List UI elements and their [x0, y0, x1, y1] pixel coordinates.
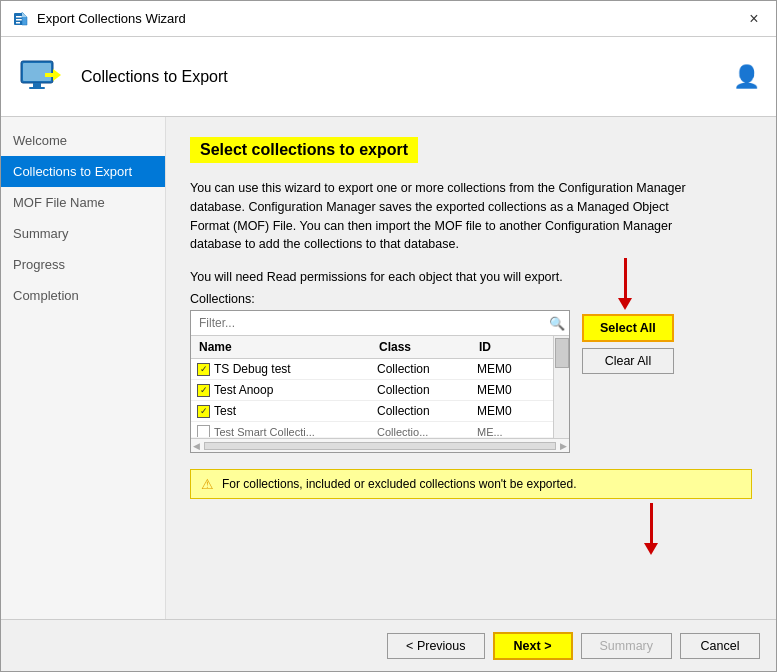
description-text: You can use this wizard to export one or… — [190, 179, 710, 254]
table-row[interactable]: Test Anoop Collection MEM0 — [191, 380, 553, 401]
table-row[interactable]: Test Smart Collecti... Collectio... ME..… — [191, 422, 553, 438]
checkbox-cell-2[interactable]: Test — [197, 404, 377, 418]
arrow-head-2 — [644, 543, 658, 555]
cancel-button[interactable]: Cancel — [680, 633, 760, 659]
arrow-line-2 — [650, 503, 653, 543]
filter-input[interactable] — [195, 313, 549, 333]
sidebar-item-collections-to-export[interactable]: Collections to Export — [1, 156, 165, 187]
select-all-button[interactable]: Select All — [582, 314, 674, 342]
arrow-select-all — [618, 258, 632, 310]
table-body: TS Debug test Collection MEM0 — [191, 359, 553, 438]
permissions-text: You will need Read permissions for each … — [190, 270, 752, 284]
checkbox-1[interactable] — [197, 384, 210, 397]
next-button[interactable]: Next > — [493, 632, 573, 660]
warning-icon: ⚠ — [201, 476, 214, 492]
row-class-3: Collectio... — [377, 426, 477, 438]
person-icon: 👤 — [733, 64, 760, 90]
row-name-2: Test — [214, 404, 236, 418]
row-class-0: Collection — [377, 362, 477, 376]
checkbox-3[interactable] — [197, 425, 210, 438]
row-id-2: MEM0 — [477, 404, 547, 418]
action-buttons-area: Select All Clear All — [582, 310, 674, 453]
row-name-1: Test Anoop — [214, 383, 273, 397]
row-class-1: Collection — [377, 383, 477, 397]
col-id: ID — [477, 339, 531, 355]
checkbox-2[interactable] — [197, 405, 210, 418]
header-title: Collections to Export — [81, 68, 228, 86]
svg-marker-5 — [22, 12, 27, 17]
previous-button[interactable]: < Previous — [387, 633, 484, 659]
scrollbar[interactable] — [553, 336, 569, 438]
row-name-3: Test Smart Collecti... — [214, 426, 315, 438]
filter-table-area: 🔍 Name Class ID — [190, 310, 570, 453]
row-id-3: ME... — [477, 426, 547, 438]
section-title: Select collections to export — [190, 137, 418, 163]
title-bar: Export Collections Wizard × — [1, 1, 776, 37]
scrollbar-thumb[interactable] — [555, 338, 569, 368]
arrow-next — [370, 503, 776, 555]
scroll-right-icon[interactable]: ▶ — [560, 441, 567, 451]
sidebar: Welcome Collections to Export MOF File N… — [1, 117, 166, 619]
row-class-2: Collection — [377, 404, 477, 418]
col-name: Name — [197, 339, 377, 355]
collections-section: 🔍 Name Class ID — [190, 310, 752, 555]
svg-rect-11 — [45, 73, 54, 77]
checkbox-cell-3[interactable]: Test Smart Collecti... — [197, 425, 377, 438]
arrow-head-1 — [618, 298, 632, 310]
svg-marker-10 — [53, 69, 61, 81]
row-id-1: MEM0 — [477, 383, 547, 397]
table-row[interactable]: Test Collection MEM0 — [191, 401, 553, 422]
svg-rect-1 — [16, 16, 22, 18]
scroll-left-icon[interactable]: ◀ — [193, 441, 200, 451]
header-icon — [17, 53, 65, 101]
svg-rect-8 — [33, 83, 41, 87]
svg-rect-9 — [29, 87, 45, 89]
content-area: Select collections to export You can use… — [166, 117, 776, 619]
sidebar-item-completion[interactable]: Completion — [1, 280, 165, 311]
arrow-line-1 — [624, 258, 627, 298]
sidebar-item-welcome[interactable]: Welcome — [1, 125, 165, 156]
table-header: Name Class ID — [191, 336, 553, 359]
main-layout: Welcome Collections to Export MOF File N… — [1, 117, 776, 619]
row-name-0: TS Debug test — [214, 362, 291, 376]
footer: < Previous Next > Summary Cancel — [1, 619, 776, 671]
svg-rect-2 — [16, 19, 22, 21]
row-id-0: MEM0 — [477, 362, 547, 376]
collections-label: Collections: — [190, 292, 752, 306]
sidebar-item-mof-file-name[interactable]: MOF File Name — [1, 187, 165, 218]
warning-bar: ⚠ For collections, included or excluded … — [190, 469, 752, 499]
checkbox-0[interactable] — [197, 363, 210, 376]
svg-rect-7 — [23, 63, 51, 81]
header-area: Collections to Export 👤 — [1, 37, 776, 117]
table-row[interactable]: TS Debug test Collection MEM0 — [191, 359, 553, 380]
collections-panel: 🔍 Name Class ID — [190, 310, 752, 453]
svg-rect-3 — [16, 22, 20, 24]
filter-row: 🔍 — [191, 311, 569, 336]
checkbox-cell-0[interactable]: TS Debug test — [197, 362, 377, 376]
search-icon: 🔍 — [549, 316, 565, 331]
col-class: Class — [377, 339, 477, 355]
clear-all-button[interactable]: Clear All — [582, 348, 674, 374]
wizard-window: Export Collections Wizard × Collections … — [0, 0, 777, 672]
sidebar-item-summary[interactable]: Summary — [1, 218, 165, 249]
close-button[interactable]: × — [744, 9, 764, 29]
title-bar-icon — [13, 11, 29, 27]
warning-text: For collections, included or excluded co… — [222, 477, 577, 491]
sidebar-item-progress[interactable]: Progress — [1, 249, 165, 280]
title-bar-text: Export Collections Wizard — [37, 11, 744, 26]
checkbox-cell-1[interactable]: Test Anoop — [197, 383, 377, 397]
summary-button[interactable]: Summary — [581, 633, 672, 659]
